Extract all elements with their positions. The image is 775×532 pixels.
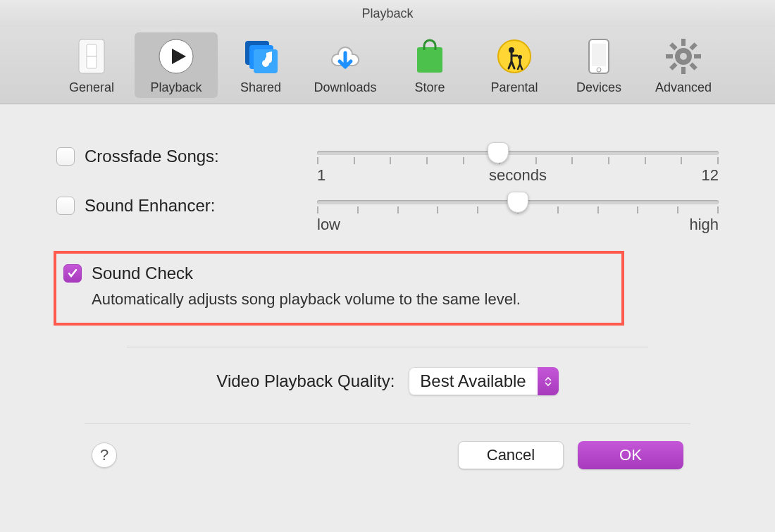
switch-icon: [72, 37, 111, 76]
preferences-toolbar: General Playback Shared Downloads Store …: [0, 27, 775, 104]
tab-playback[interactable]: Playback: [135, 32, 218, 98]
tab-downloads[interactable]: Downloads: [304, 32, 387, 98]
sound-check-highlight: Sound Check Automatically adjusts song p…: [54, 251, 624, 326]
crossfade-slider[interactable]: 1 seconds 12: [317, 147, 719, 176]
gear-icon: [664, 37, 703, 76]
enhancer-label: Sound Enhancer:: [85, 196, 215, 216]
footer: ? Cancel OK: [56, 424, 719, 469]
crossfade-label: Crossfade Songs:: [85, 147, 219, 166]
slider-max-label: 12: [702, 166, 719, 185]
svg-point-24: [680, 53, 687, 60]
video-quality-label: Video Playback Quality:: [216, 371, 395, 391]
slider-min-label: 1: [317, 166, 326, 185]
ok-button[interactable]: OK: [578, 441, 683, 469]
window-title: Playback: [0, 0, 775, 27]
cloud-download-icon: [326, 37, 365, 76]
tab-label: Devices: [576, 80, 621, 95]
select-value: Best Available: [409, 367, 537, 395]
tab-label: Parental: [490, 80, 538, 95]
slider-thumb[interactable]: [507, 192, 528, 213]
tab-label: Advanced: [655, 80, 712, 95]
help-button[interactable]: ?: [92, 443, 117, 468]
tab-label: Shared: [240, 80, 281, 95]
svg-rect-19: [694, 54, 701, 58]
tab-label: Playback: [150, 80, 202, 95]
tab-store[interactable]: Store: [388, 32, 471, 98]
slider-unit-label: seconds: [489, 166, 547, 185]
tab-label: General: [69, 80, 114, 95]
slider-low-label: low: [317, 216, 340, 234]
tab-parental[interactable]: Parental: [473, 32, 556, 98]
video-quality-row: Video Playback Quality: Best Available: [56, 367, 719, 395]
phone-icon: [579, 37, 619, 76]
play-icon: [156, 37, 196, 76]
tab-label: Store: [414, 80, 445, 95]
enhancer-checkbox[interactable]: [56, 197, 75, 215]
enhancer-slider[interactable]: low high: [317, 196, 719, 234]
svg-rect-8: [417, 47, 442, 73]
sound-check-label: Sound Check: [92, 264, 193, 283]
content-pane: Crossfade Songs: 1 seconds 12 Sound Enha…: [0, 104, 775, 469]
sound-check-checkbox[interactable]: [63, 264, 82, 283]
svg-rect-18: [666, 54, 673, 58]
tab-advanced[interactable]: Advanced: [642, 32, 725, 98]
divider: [127, 347, 648, 347]
sound-check-description: Automatically adjusts song playback volu…: [92, 290, 612, 309]
svg-rect-20: [689, 42, 697, 50]
parental-icon: [495, 37, 534, 76]
svg-rect-16: [681, 39, 686, 46]
svg-rect-21: [669, 62, 677, 70]
tab-general[interactable]: General: [50, 32, 133, 98]
svg-rect-22: [669, 42, 677, 50]
video-quality-select[interactable]: Best Available: [409, 367, 558, 395]
music-stack-icon: [241, 37, 280, 76]
chevron-updown-icon: [538, 367, 559, 395]
enhancer-row: Sound Enhancer: low high: [56, 196, 719, 234]
shopping-bag-icon: [410, 37, 450, 76]
tab-devices[interactable]: Devices: [557, 32, 640, 98]
slider-high-label: high: [689, 216, 719, 234]
svg-rect-23: [689, 62, 697, 70]
cancel-button[interactable]: Cancel: [458, 441, 564, 469]
svg-rect-13: [592, 44, 606, 66]
tab-shared[interactable]: Shared: [219, 32, 302, 98]
crossfade-row: Crossfade Songs: 1 seconds 12: [56, 147, 719, 176]
crossfade-checkbox[interactable]: [56, 147, 75, 166]
tab-label: Downloads: [314, 80, 376, 95]
svg-rect-17: [681, 67, 686, 74]
